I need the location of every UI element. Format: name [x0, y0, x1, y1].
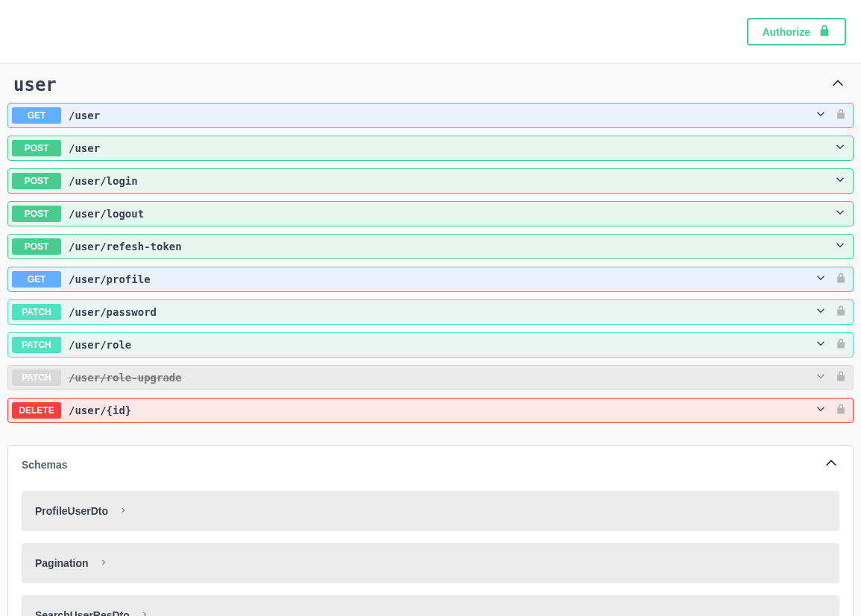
method-badge: POST — [12, 173, 61, 189]
operation-controls — [833, 206, 847, 222]
operation-row[interactable]: POST/user/login — [7, 168, 854, 194]
operation-path: /user/logout — [69, 208, 833, 220]
method-badge: PATCH — [12, 369, 61, 386]
schema-item[interactable]: ProfileUserDto — [22, 491, 839, 531]
method-badge: PATCH — [12, 304, 61, 320]
schemas-section: Schemas ProfileUserDtoPaginationSearchUs… — [7, 445, 854, 616]
chevron-down-icon[interactable] — [814, 369, 827, 386]
operation-controls — [814, 304, 847, 320]
operation-path: /user/{id} — [69, 404, 814, 416]
method-badge: POST — [12, 140, 61, 156]
authorize-button[interactable]: Authorize — [747, 18, 846, 45]
method-badge: POST — [12, 206, 61, 222]
schema-item[interactable]: Pagination — [22, 543, 839, 583]
content-area: user GET/userPOST/userPOST/user/loginPOS… — [0, 63, 861, 616]
operations-list: GET/userPOST/userPOST/user/loginPOST/use… — [0, 103, 861, 445]
top-bar: Authorize — [0, 0, 861, 63]
chevron-down-icon[interactable] — [833, 140, 847, 156]
operation-controls — [833, 140, 847, 156]
chevron-right-icon — [140, 609, 149, 616]
operation-row[interactable]: PATCH/user/password — [7, 299, 854, 325]
schema-name: Pagination — [35, 557, 89, 569]
method-badge: POST — [12, 238, 61, 255]
operation-path: /user/role-upgrade — [69, 372, 814, 384]
operation-row[interactable]: PATCH/user/role-upgrade — [7, 365, 854, 390]
lock-icon — [818, 24, 831, 39]
operation-path: /user — [69, 109, 814, 121]
operation-row[interactable]: POST/user/refesh-token — [7, 234, 854, 259]
operation-row[interactable]: POST/user — [7, 136, 854, 161]
chevron-up-icon — [823, 455, 839, 474]
operation-controls — [814, 337, 847, 353]
chevron-down-icon[interactable] — [833, 206, 847, 222]
lock-icon[interactable] — [835, 369, 847, 386]
method-badge: GET — [12, 271, 61, 288]
lock-icon[interactable] — [835, 402, 847, 419]
operation-controls — [833, 238, 847, 255]
chevron-down-icon[interactable] — [814, 402, 827, 419]
chevron-down-icon[interactable] — [814, 337, 827, 353]
schema-item[interactable]: SearchUserResDto — [22, 595, 839, 616]
operation-path: /user/password — [69, 306, 814, 318]
chevron-down-icon[interactable] — [814, 304, 827, 320]
lock-icon[interactable] — [835, 271, 847, 288]
operation-path: /user/refesh-token — [69, 241, 833, 253]
operation-row[interactable]: PATCH/user/role — [7, 332, 854, 358]
chevron-down-icon[interactable] — [833, 173, 847, 189]
schema-name: SearchUserResDto — [35, 609, 130, 616]
schemas-header[interactable]: Schemas — [8, 446, 853, 483]
tag-title: user — [13, 74, 57, 95]
method-badge: PATCH — [12, 337, 61, 353]
operation-row[interactable]: GET/user — [7, 103, 854, 128]
operation-row[interactable]: DELETE/user/{id} — [7, 398, 854, 423]
lock-icon[interactable] — [835, 304, 847, 320]
lock-icon[interactable] — [835, 337, 847, 353]
operation-path: /user/profile — [69, 273, 814, 285]
operation-controls — [814, 107, 847, 124]
chevron-right-icon — [99, 556, 108, 570]
schemas-title: Schemas — [22, 459, 67, 471]
tag-header-user[interactable]: user — [0, 64, 861, 103]
method-badge: DELETE — [12, 402, 61, 419]
chevron-up-icon — [830, 75, 846, 95]
operation-controls — [814, 402, 847, 419]
chevron-down-icon[interactable] — [814, 271, 827, 288]
operation-path: /user — [69, 142, 833, 154]
operation-path: /user/role — [69, 339, 814, 351]
operation-path: /user/login — [69, 175, 833, 187]
schema-name: ProfileUserDto — [35, 505, 108, 517]
operation-controls — [814, 271, 847, 288]
authorize-label: Authorize — [762, 26, 810, 38]
method-badge: GET — [12, 107, 61, 124]
chevron-down-icon[interactable] — [833, 238, 847, 255]
chevron-right-icon — [119, 504, 127, 518]
operation-row[interactable]: GET/user/profile — [7, 267, 854, 292]
chevron-down-icon[interactable] — [814, 107, 827, 124]
operation-controls — [833, 173, 847, 189]
schemas-list: ProfileUserDtoPaginationSearchUserResDto — [8, 483, 853, 616]
lock-icon[interactable] — [835, 107, 847, 124]
operation-controls — [814, 369, 847, 386]
operation-row[interactable]: POST/user/logout — [7, 201, 854, 226]
